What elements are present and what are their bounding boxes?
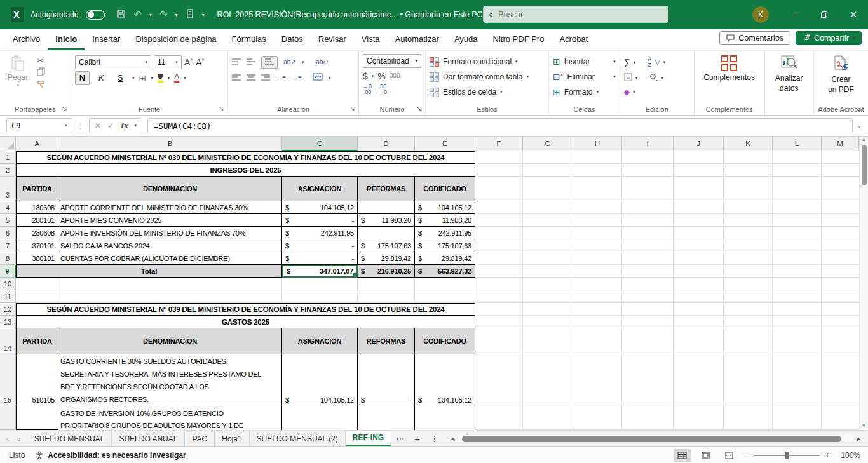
header2-reformas[interactable]: REFORMAS bbox=[358, 328, 415, 354]
insert-cells-button[interactable]: ⊞ Insertar ▾ bbox=[553, 54, 616, 69]
empty-cells[interactable] bbox=[475, 278, 859, 290]
empty-cells[interactable] bbox=[475, 265, 859, 278]
cell-d4[interactable] bbox=[358, 201, 415, 214]
sheet-tab-sueldo-mensual[interactable]: SUELDO MENSUAL bbox=[27, 431, 112, 446]
align-bottom-button[interactable] bbox=[261, 56, 278, 69]
select-all-corner[interactable] bbox=[0, 137, 16, 151]
document-title[interactable]: ROL 2025 REVISIÓN(Recuperado automáticam… bbox=[217, 10, 491, 20]
cell-b5[interactable]: APORTE MIES CONVENIO 2025 bbox=[58, 214, 282, 227]
empty-cell[interactable] bbox=[282, 278, 358, 290]
redo-icon[interactable]: ↷ bbox=[159, 9, 168, 20]
borders-icon[interactable]: ⊞ bbox=[139, 73, 146, 83]
row-header-10[interactable]: 10 bbox=[0, 278, 16, 290]
cell-a4[interactable]: 180608 bbox=[16, 201, 58, 214]
col-header-f[interactable]: F bbox=[475, 137, 523, 151]
currency-format-icon[interactable]: $ bbox=[363, 71, 368, 81]
cell-a6[interactable]: 280608 bbox=[16, 227, 58, 239]
autosave-control[interactable]: Autoguardado bbox=[31, 10, 105, 20]
cell-b8[interactable]: CUENTAS POR COBRAR (ALICUOTA DE DICIEMBR… bbox=[58, 252, 282, 265]
more-sheets-icon[interactable]: ⋯ bbox=[391, 431, 409, 446]
col-header-k[interactable]: K bbox=[724, 137, 773, 151]
row-header-7[interactable]: 7 bbox=[0, 239, 16, 252]
increase-indent-icon[interactable]: →≡ bbox=[292, 74, 302, 81]
align-top-icon[interactable] bbox=[232, 58, 241, 65]
cell-a7[interactable]: 370101 bbox=[16, 239, 58, 252]
font-name-select[interactable]: Calibri▾ bbox=[75, 55, 151, 69]
decrease-font-icon[interactable]: A˅ bbox=[196, 57, 205, 67]
view-normal-icon[interactable] bbox=[674, 449, 691, 462]
zoom-level[interactable]: 100% bbox=[836, 451, 860, 460]
col-header-m[interactable]: M bbox=[822, 137, 859, 151]
sheet-tab-sueldo-anual[interactable]: SUELDO ANUAL bbox=[112, 431, 185, 446]
format-painter-icon[interactable] bbox=[37, 80, 46, 90]
sort-filter-icon[interactable]: AZ bbox=[648, 57, 651, 68]
col-header-c[interactable]: C bbox=[282, 137, 358, 151]
scroll-up-icon[interactable]: ▲ bbox=[862, 137, 867, 142]
currency-caret-icon[interactable]: ▾ bbox=[372, 74, 374, 79]
tab-ayuda[interactable]: Ayuda bbox=[447, 29, 485, 50]
cell-d8[interactable]: $29.819,42 bbox=[358, 252, 415, 265]
cell-d15[interactable]: $- bbox=[358, 354, 415, 406]
empty-cell[interactable] bbox=[358, 290, 415, 303]
sort-caret-icon[interactable]: ▾ bbox=[663, 60, 666, 65]
empty-cells[interactable] bbox=[475, 239, 859, 252]
font-dialog-launcher[interactable]: ⇲ bbox=[219, 106, 226, 112]
format-as-table-button[interactable]: Dar formato como tabla ▾ bbox=[430, 69, 545, 84]
avatar[interactable]: K bbox=[752, 6, 769, 23]
sheet-prev-icon[interactable]: ‹ bbox=[6, 434, 9, 443]
header-partida[interactable]: PARTIDA bbox=[16, 177, 58, 201]
copy-icon[interactable] bbox=[37, 67, 46, 78]
excel-app-icon[interactable]: X bbox=[9, 7, 24, 22]
empty-cells[interactable] bbox=[475, 177, 859, 201]
align-middle-icon[interactable] bbox=[247, 58, 255, 65]
empty-cells[interactable] bbox=[475, 290, 859, 303]
number-dialog-launcher[interactable]: ⇲ bbox=[417, 106, 423, 112]
qat-customize-caret-icon[interactable]: ▾ bbox=[202, 12, 205, 18]
addins-button[interactable]: Complementos bbox=[698, 54, 761, 83]
tab-inicio[interactable]: Inicio bbox=[48, 29, 85, 50]
tab-revisar[interactable]: Revisar bbox=[311, 29, 354, 50]
col-header-j[interactable]: J bbox=[674, 137, 724, 151]
align-left-icon[interactable] bbox=[232, 74, 241, 81]
delete-cells-button[interactable]: ⊟× Eliminar ▾ bbox=[553, 69, 616, 84]
row-header-15[interactable]: 15 bbox=[0, 354, 16, 406]
scroll-right-icon[interactable]: ► bbox=[856, 436, 862, 442]
cell-c4[interactable]: $104.105,12 bbox=[282, 201, 358, 214]
sheet-next-icon[interactable]: › bbox=[18, 434, 20, 443]
horizontal-scroll-thumb[interactable] bbox=[462, 436, 841, 442]
row-header-8[interactable]: 8 bbox=[0, 252, 16, 265]
empty-cell[interactable] bbox=[58, 278, 282, 290]
empty-cell[interactable] bbox=[16, 278, 58, 290]
merge-caret-icon[interactable]: ▾ bbox=[329, 76, 331, 81]
scroll-down-icon[interactable]: ▼ bbox=[862, 423, 867, 429]
row-header-11[interactable]: 11 bbox=[0, 290, 16, 303]
print-preview-icon[interactable] bbox=[186, 9, 194, 20]
cell-a15[interactable]: 510105 bbox=[16, 354, 58, 406]
analyze-data-button[interactable]: Analizar datos bbox=[769, 54, 810, 94]
cell-c16[interactable] bbox=[282, 406, 358, 430]
cell-c5[interactable]: $- bbox=[282, 214, 358, 227]
row-header-16[interactable] bbox=[0, 406, 16, 430]
cell-b6[interactable]: APORTE INVERSIÓN DEL MINISTERIO DE FINAN… bbox=[58, 227, 282, 239]
formula-input[interactable]: =SUMA(C4:C8) bbox=[147, 118, 853, 133]
align-center-icon[interactable] bbox=[247, 74, 255, 81]
row-header-1[interactable]: 1 bbox=[0, 151, 16, 164]
cell-e9[interactable]: $563.927,32 bbox=[415, 265, 475, 278]
empty-cells[interactable] bbox=[475, 252, 859, 265]
cell-d7[interactable]: $175.107,63 bbox=[358, 239, 415, 252]
cell-b16[interactable]: GASTO DE INVERSION 10% GRUPOS DE ATENCIÓ… bbox=[58, 406, 282, 430]
empty-cells[interactable] bbox=[475, 201, 859, 214]
empty-cells[interactable] bbox=[475, 164, 859, 177]
tab-archivo[interactable]: Archivo bbox=[5, 29, 48, 50]
cell-c9-selected[interactable]: $347.017,07 bbox=[282, 265, 358, 278]
sort-funnel-icon[interactable]: ▽ bbox=[654, 58, 660, 66]
empty-cells[interactable] bbox=[475, 328, 859, 354]
cell-c6[interactable]: $242.911,95 bbox=[282, 227, 358, 239]
font-size-select[interactable]: 11▾ bbox=[154, 55, 182, 69]
find-select-icon[interactable] bbox=[649, 73, 658, 83]
bold-button[interactable]: N bbox=[75, 71, 90, 85]
cell-title-ingresos[interactable]: SEGÚN ACUERDO MINISTERIAL Nº 039 DEL MIN… bbox=[16, 151, 475, 164]
cell-subtitle-ingresos[interactable]: INGRESOS DEL 2025 bbox=[16, 164, 475, 177]
insert-function-icon[interactable]: fx bbox=[120, 121, 128, 130]
fx-caret-icon[interactable]: ▾ bbox=[134, 123, 137, 128]
